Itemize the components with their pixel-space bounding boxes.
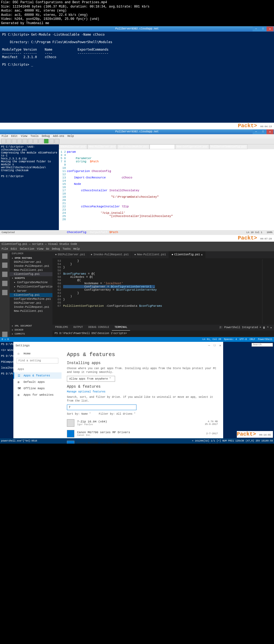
close-button[interactable]: ✕ — [219, 344, 221, 347]
menu-view[interactable]: View — [37, 248, 43, 250]
files-icon[interactable] — [2, 253, 7, 259]
nav-default-apps[interactable]: ⊞Default apps — [13, 379, 62, 385]
search-box[interactable] — [252, 343, 273, 347]
tab[interactable]: ● Invoke-PullRequest.ps1 — [88, 251, 132, 258]
tab-output[interactable]: OUTPUT — [71, 325, 86, 331]
tool-undo-icon[interactable] — [33, 139, 38, 144]
tool-open-icon[interactable] — [6, 139, 11, 144]
tab-chococonfig[interactable]: ChocoConfig.ps1 — [150, 144, 175, 149]
minimap[interactable] — [262, 259, 273, 324]
menu-file[interactable]: File — [2, 135, 8, 138]
folder[interactable]: ▸ PullClientConfiguration — [10, 284, 52, 289]
app-item[interactable]: Canon MG7700 series MP Drivers Canon Inc… — [67, 428, 218, 439]
nav-apps-features[interactable]: ☰Apps & features — [13, 372, 62, 379]
scripts-header[interactable]: ▾ SCRIPTS — [10, 276, 52, 280]
file[interactable]: DSCPullServer.ps1 — [10, 301, 52, 305]
code-text[interactable]: param ( [Parameter(Mandatory)] [string] … — [67, 150, 273, 234]
filter-dropdown[interactable]: All drives ˅ — [116, 413, 135, 415]
nav-apps-websites[interactable]: ⊞Apps for websites — [13, 392, 62, 398]
tool-save-icon[interactable] — [12, 139, 17, 144]
settings-titlebar[interactable]: Settings — □ ✕ — [13, 342, 223, 349]
menu-debug[interactable]: Debug — [52, 248, 60, 250]
apps-search-input[interactable] — [67, 405, 136, 410]
menu-file[interactable]: File — [2, 248, 8, 250]
manage-optional-link[interactable]: Manage optional features — [67, 390, 218, 393]
status-encoding[interactable]: UTF-8 — [239, 338, 247, 341]
tab-terminal[interactable]: TERMINAL — [112, 325, 130, 331]
tool-stop-icon[interactable] — [55, 139, 59, 144]
terminal-trash-icon[interactable]: 🗑 — [263, 326, 265, 329]
vscode-titlebar[interactable]: ClientConfig.ps1 — scripts — Visual Stud… — [0, 242, 274, 247]
menu-go[interactable]: Go — [46, 248, 49, 250]
sort-dropdown[interactable]: Name ˅ — [81, 413, 91, 415]
terminal-dropdown[interactable]: 2: PowerShell Integrated — [219, 326, 258, 329]
tool-cut-icon[interactable] — [17, 139, 22, 144]
menu-addons[interactable]: Add-ons — [53, 135, 64, 138]
section[interactable]: ▸ DOCKER — [10, 328, 52, 332]
tab-problems[interactable]: PROBLEMS — [52, 325, 71, 331]
menu-debug[interactable]: Debug — [42, 135, 50, 138]
console-output[interactable]: PS C:\Scripts> Get-Module -ListAvailable… — [0, 32, 274, 123]
open-file-active[interactable]: ClientConfig.ps1 — [10, 272, 52, 276]
status-errors[interactable]: 0 ⚠ 0 — [2, 338, 9, 341]
app-item[interactable]: 7-Zip 16.04 (x64) Igor Pavlov 4.76 MB 25… — [67, 418, 218, 428]
minimize-button[interactable]: — — [208, 344, 210, 347]
terminal-add-icon[interactable]: + — [260, 326, 261, 329]
maximize-button[interactable]: □ — [214, 344, 216, 347]
install-source-select[interactable]: Allow apps from anywhere ˅ — [67, 376, 115, 382]
zoom[interactable]: 100% — [267, 231, 272, 234]
section[interactable]: ▸ COMMITS — [10, 332, 52, 336]
menu-tools[interactable]: Tools — [31, 135, 39, 138]
search-icon[interactable] — [2, 263, 7, 268]
section[interactable]: ▸ COMPARE COMMITS — [10, 336, 52, 337]
debug-icon[interactable] — [2, 281, 7, 286]
extensions-icon[interactable] — [2, 290, 7, 295]
tab[interactable]: ● New-PullClient.ps1 — [132, 251, 169, 258]
tool-runsel-icon[interactable] — [49, 139, 54, 144]
status-eol[interactable]: CRLF — [249, 338, 255, 341]
nav-offline-maps[interactable]: 🗺Offline maps — [13, 385, 62, 392]
open-file[interactable]: Invoke-PullRequest.ps1 — [10, 264, 52, 268]
status-pos[interactable]: Ln 61, Col 28 — [203, 338, 221, 341]
terminal-close-icon[interactable]: ✕ — [270, 326, 272, 329]
close-button[interactable]: ✕ — [267, 129, 273, 134]
tab-newpullserver[interactable]: New-PullServer.ps1 — [87, 144, 117, 149]
tab-active[interactable]: ● ClientConfig.ps1 ✕ — [169, 251, 206, 258]
maximize-button[interactable]: □ — [260, 27, 267, 31]
code-editor[interactable]: 1 2 3 4 5 6 7 8 9 10 11 12 13 14 15 16 1… — [59, 149, 274, 235]
search-input[interactable] — [17, 358, 58, 364]
open-file[interactable]: DSCPullServer.ps1 — [10, 260, 52, 264]
ise-console[interactable]: PS C:\Scripts> .\Add-cChocoModule.ps1 Co… — [0, 144, 59, 230]
open-file[interactable]: New-PullClient.ps1 — [10, 268, 52, 272]
menu-view[interactable]: View — [21, 135, 27, 138]
tab[interactable]: ● DSCPullServer.ps1 — [52, 251, 88, 258]
menu-tasks[interactable]: Tasks — [63, 248, 71, 250]
folder[interactable]: ▸ ConfigureDevMachine — [10, 280, 52, 284]
tab-newconfig[interactable]: New-Configuration.ps1 — [175, 144, 209, 149]
tool-run-icon[interactable] — [44, 139, 49, 144]
tool-paste-icon[interactable] — [28, 139, 33, 144]
tool-redo-icon[interactable] — [39, 139, 43, 144]
code-editor[interactable]: 53 54 55 56 57 58 59 60 61 62 63 64 65 6… — [52, 258, 274, 325]
status-lang[interactable]: PowerShell — [258, 338, 272, 341]
tab-pullserverdemo[interactable]: PullServerDemoConfig.ps1 — [209, 144, 248, 149]
folder[interactable]: ▸ Server — [10, 289, 52, 293]
tab-addcchoco[interactable]: Add-cChocoModule.ps1 — [117, 144, 150, 149]
git-icon[interactable] — [2, 272, 7, 277]
close-button[interactable]: ✕ — [267, 27, 273, 31]
file-selected[interactable]: ClientConfig.ps1 — [10, 293, 52, 297]
menu-edit[interactable]: Edit — [11, 248, 17, 250]
menu-selection[interactable]: Selection — [20, 248, 34, 250]
menu-edit[interactable]: Edit — [11, 135, 18, 138]
section[interactable]: ▸ XML DOCUMENT — [10, 324, 52, 328]
terminal[interactable]: PS D:\Packt\PowerShell DSC\Session 1\scr… — [52, 331, 274, 337]
tab-dscpullserver[interactable]: DSCPullServer.ps1 — [59, 144, 87, 149]
menu-help[interactable]: Help — [67, 135, 74, 138]
open-editors-header[interactable]: ▸ OPEN EDITORS — [10, 256, 52, 260]
titlebar[interactable]: PullServer9392.cloudapp.net — □ ✕ — [0, 26, 274, 32]
gear-icon[interactable] — [2, 332, 7, 337]
ise-titlebar[interactable]: PullServer9392.cloudapp.net — □ ✕ — [0, 129, 274, 134]
app-item[interactable]: Canon MG7700 series On-screen Manual Can… — [67, 439, 218, 444]
tab-debug-console[interactable]: DEBUG CONSOLE — [86, 325, 112, 331]
file[interactable]: Invoke-PullRequest.ps1 — [10, 305, 52, 309]
